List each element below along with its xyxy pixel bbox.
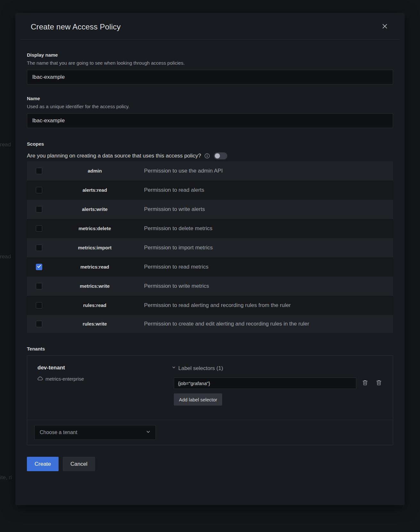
close-button[interactable] xyxy=(380,22,389,32)
scope-description: Permission to create and edit alerting a… xyxy=(138,319,346,329)
choose-tenant-row: Choose a tenant xyxy=(27,420,393,445)
delete-tenant-button[interactable] xyxy=(376,380,382,387)
scope-row: metrics:write Permission to write metric… xyxy=(27,277,393,296)
modal-header: Create new Access Policy xyxy=(15,13,405,39)
datasource-question-text: Are you planning on creating a data sour… xyxy=(27,153,201,159)
display-name-label: Display name xyxy=(27,52,393,58)
scope-description: Permission to import metrics xyxy=(138,243,346,253)
scope-checkbox[interactable] xyxy=(36,302,42,309)
chevron-down-icon[interactable] xyxy=(172,366,176,369)
scope-row: metrics:import Permission to import metr… xyxy=(27,238,393,257)
info-icon[interactable] xyxy=(204,153,210,159)
display-name-description: The name that you are going to see when … xyxy=(27,60,393,67)
backdrop-text-fragment: read xyxy=(0,141,11,148)
tenant-cluster-label: metrics-enterprise xyxy=(45,376,84,382)
scope-description: Permission to read alerts xyxy=(138,185,346,195)
trash-icon xyxy=(376,380,382,387)
name-group: Name Used as a unique identifier for the… xyxy=(27,95,393,128)
modal-content: Display name The name that you are going… xyxy=(15,40,405,471)
scope-checkbox[interactable] xyxy=(36,168,42,174)
scope-checkbox[interactable] xyxy=(36,321,42,327)
checkmark-icon xyxy=(37,264,41,270)
label-selector-body: Add label selector xyxy=(174,377,385,406)
scope-checkbox[interactable] xyxy=(36,206,42,213)
label-selector-row xyxy=(174,377,385,389)
tenants-section-label: Tenants xyxy=(27,346,393,352)
scope-description: Permission to delete metrics xyxy=(138,223,346,234)
datasource-question-row: Are you planning on creating a data sour… xyxy=(27,152,393,160)
scope-name: metrics:read xyxy=(51,262,138,272)
scope-row: metrics:delete Permission to delete metr… xyxy=(27,219,393,238)
scope-name: rules:write xyxy=(51,319,138,329)
scopes-table: admin Permission to use the admin API al… xyxy=(27,161,393,333)
tenant-cluster-row: metrics-enterprise xyxy=(37,376,172,382)
scope-checkbox[interactable] xyxy=(36,187,42,193)
scope-checkbox[interactable] xyxy=(36,264,42,270)
scope-description: Permission to write alerts xyxy=(138,204,346,214)
backdrop-text-fragment: read xyxy=(0,254,11,260)
scope-description: Permission to read alerting and recordin… xyxy=(138,300,346,310)
label-selectors-section: Label selectors (1) xyxy=(172,364,385,406)
modal-actions: Create Cancel xyxy=(27,457,393,471)
create-access-policy-modal: Create new Access Policy Display name Th… xyxy=(15,13,405,505)
scope-description: Permission to read metrics xyxy=(138,262,346,272)
scope-checkbox[interactable] xyxy=(36,245,42,251)
choose-tenant-select[interactable]: Choose a tenant xyxy=(34,425,156,440)
scope-row: admin Permission to use the admin API xyxy=(27,161,393,181)
scope-checkbox[interactable] xyxy=(36,283,42,289)
scope-name: metrics:delete xyxy=(51,223,138,234)
scopes-section-label: Scopes xyxy=(27,141,393,147)
tenant-info: dev-tenant metrics-enterprise xyxy=(37,364,172,406)
modal-title: Create new Access Policy xyxy=(31,22,121,31)
scope-name: admin xyxy=(51,166,138,176)
toggle-knob xyxy=(215,153,220,158)
cloud-icon xyxy=(37,376,45,382)
scope-row: metrics:read Permission to read metrics xyxy=(27,257,393,277)
delete-label-selector-button[interactable] xyxy=(362,380,368,387)
add-label-selector-button[interactable]: Add label selector xyxy=(174,393,222,406)
scope-name: metrics:write xyxy=(51,281,138,291)
create-button[interactable]: Create xyxy=(27,457,59,471)
scope-row: rules:write Permission to create and edi… xyxy=(27,315,393,333)
backdrop-text-fragment: ite, ri xyxy=(0,474,12,481)
scope-row: alerts:write Permission to write alerts xyxy=(27,200,393,219)
close-icon xyxy=(382,23,388,30)
name-description: Used as a unique identifier for the acce… xyxy=(27,103,393,110)
scope-row: alerts:read Permission to read alerts xyxy=(27,181,393,200)
name-input[interactable] xyxy=(27,113,393,128)
scope-name: alerts:write xyxy=(51,204,138,214)
scope-row: rules:read Permission to read alerting a… xyxy=(27,296,393,315)
scope-name: metrics:import xyxy=(51,243,138,253)
chevron-down-icon xyxy=(146,430,150,435)
label-selector-input[interactable] xyxy=(174,377,356,389)
scope-description: Permission to write metrics xyxy=(138,281,346,291)
name-label: Name xyxy=(27,95,393,102)
scope-description: Permission to use the admin API xyxy=(138,166,346,176)
scope-name: alerts:read xyxy=(51,185,138,195)
label-selectors-title: Label selectors (1) xyxy=(178,365,223,372)
tenant-card: dev-tenant metrics-enterprise Label sele… xyxy=(27,356,393,420)
display-name-group: Display name The name that you are going… xyxy=(27,52,393,85)
scope-name: rules:read xyxy=(51,300,138,310)
tenant-name: dev-tenant xyxy=(37,364,172,372)
choose-tenant-placeholder: Choose a tenant xyxy=(40,430,77,435)
tenants-panel: dev-tenant metrics-enterprise Label sele… xyxy=(27,355,393,445)
trash-icon xyxy=(362,380,368,387)
label-selectors-header: Label selectors (1) xyxy=(172,365,385,372)
scope-checkbox[interactable] xyxy=(36,225,42,232)
datasource-toggle[interactable] xyxy=(214,152,227,159)
display-name-input[interactable] xyxy=(27,70,393,85)
cancel-button[interactable]: Cancel xyxy=(63,457,95,471)
